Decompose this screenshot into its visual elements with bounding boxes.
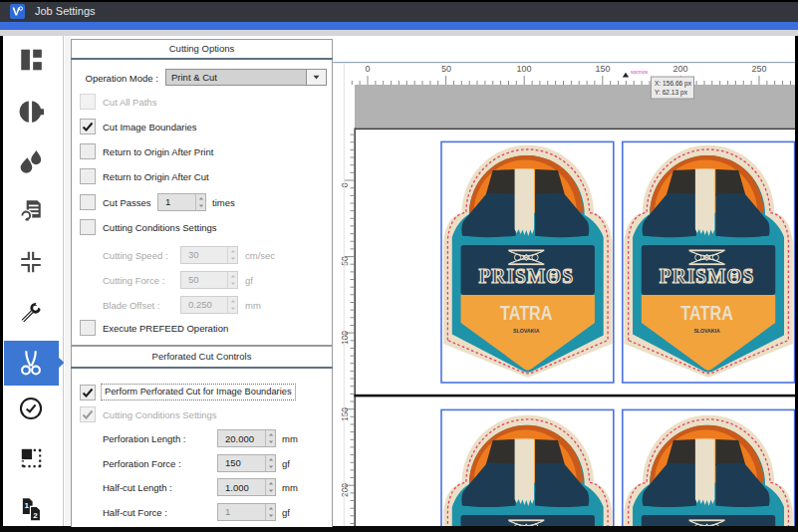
svg-text:100: 100 xyxy=(516,64,531,74)
svg-text:2: 2 xyxy=(33,511,38,520)
svg-text:1: 1 xyxy=(24,501,29,510)
svg-text:Y: 62.13 px: Y: 62.13 px xyxy=(655,89,688,97)
svg-text:X: 156.66 px: X: 156.66 px xyxy=(655,80,692,88)
svg-text:200: 200 xyxy=(672,64,687,74)
svg-text:150: 150 xyxy=(595,64,610,74)
svg-text:socmos: socmos xyxy=(631,69,649,75)
svg-text:50: 50 xyxy=(441,64,451,74)
svg-text:0: 0 xyxy=(365,64,370,74)
svg-text:250: 250 xyxy=(751,64,766,74)
